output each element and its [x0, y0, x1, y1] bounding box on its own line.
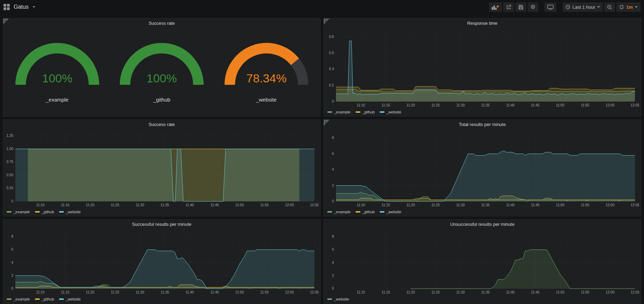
- svg-text:11:25: 11:25: [431, 203, 440, 207]
- panel-total-results: i Total results per minute 11:1011:1511:…: [323, 119, 641, 216]
- svg-text:11:35: 11:35: [481, 203, 490, 207]
- svg-text:12:00: 12:00: [285, 203, 294, 207]
- legend-item-_github[interactable]: _github: [35, 210, 54, 214]
- svg-text:12:05: 12:05: [630, 203, 639, 207]
- legend-label: _website: [386, 210, 401, 214]
- svg-text:0.4: 0.4: [329, 67, 334, 71]
- legend-item-_github[interactable]: _github: [356, 210, 375, 214]
- legend-item-_example[interactable]: _example: [327, 210, 351, 214]
- svg-text:0: 0: [332, 199, 334, 203]
- gauge-_website: 78.34%_website: [216, 33, 317, 103]
- svg-text:11:15: 11:15: [382, 290, 390, 294]
- legend-label: _github: [42, 297, 54, 301]
- svg-text:8: 8: [332, 235, 334, 238]
- save-button[interactable]: [515, 2, 526, 12]
- response-time-chart[interactable]: 11:1011:1511:2011:2511:3011:3511:4011:45…: [324, 28, 641, 109]
- panel-info-icon[interactable]: i: [324, 18, 330, 24]
- panel-title[interactable]: Successful results per minute: [132, 222, 191, 227]
- svg-text:11:25: 11:25: [431, 290, 440, 294]
- legend-marker: [327, 211, 332, 213]
- panel-success-rate: Success rate 11:1011:1511:2011:2511:3011…: [3, 119, 321, 216]
- svg-text:11:20: 11:20: [407, 290, 415, 294]
- legend-marker: [380, 111, 385, 113]
- panel-title[interactable]: Unsuccessful results per minute: [450, 222, 514, 227]
- zoom-out-button[interactable]: [604, 2, 615, 12]
- panel-info-icon[interactable]: i: [3, 18, 9, 24]
- legend-item-_github[interactable]: _github: [356, 110, 375, 114]
- cycle-view-button[interactable]: [544, 2, 556, 12]
- svg-text:11:10: 11:10: [357, 203, 365, 207]
- successful-results-chart[interactable]: 11:1011:1511:2011:2511:3011:3511:4011:45…: [3, 229, 320, 296]
- legend-item-_example[interactable]: _example: [327, 110, 351, 114]
- time-range-button[interactable]: Last 1 hour: [563, 2, 603, 12]
- gauge-arc: 100%: [7, 33, 108, 95]
- svg-text:12:00: 12:00: [285, 290, 294, 294]
- svg-text:12:05: 12:05: [630, 103, 639, 107]
- panel-title[interactable]: Total results per minute: [459, 122, 506, 127]
- legend-marker: [35, 298, 40, 300]
- legend-item-_website[interactable]: _website: [59, 297, 81, 301]
- svg-text:11:15: 11:15: [382, 103, 390, 107]
- chart-legend: _example_github_website: [324, 208, 641, 215]
- zoom-out-icon: [607, 5, 612, 10]
- legend-label: _example: [334, 110, 351, 114]
- svg-text:1.00: 1.00: [7, 147, 14, 151]
- time-range-label: Last 1 hour: [572, 5, 595, 10]
- chart-legend: _example_github_website: [3, 208, 320, 215]
- refresh-button[interactable]: 1m: [616, 2, 641, 12]
- legend-item-_website[interactable]: _website: [380, 110, 401, 114]
- dashboard-grid: i Success rate 100%_example100%_github78…: [0, 14, 644, 304]
- add-panel-button[interactable]: [489, 2, 502, 12]
- svg-text:11:10: 11:10: [36, 203, 45, 207]
- legend-item-_example[interactable]: _example: [7, 297, 30, 301]
- panel-title[interactable]: Success rate: [148, 122, 175, 127]
- legend-marker: [356, 111, 360, 113]
- unsuccessful-results-chart[interactable]: 11:1011:1511:2011:2511:3011:3511:4011:45…: [324, 229, 641, 296]
- gauge-label: _website: [256, 97, 277, 103]
- gauge-group: 100%_example100%_github78.34%_website: [3, 28, 320, 116]
- gauge-_github: 100%_github: [111, 33, 212, 103]
- svg-text:12:05: 12:05: [310, 290, 319, 294]
- settings-button[interactable]: ⚙: [528, 2, 538, 12]
- legend-label: _example: [13, 297, 30, 301]
- legend-label: _example: [13, 210, 30, 214]
- svg-text:11:55: 11:55: [581, 203, 590, 207]
- svg-text:11:25: 11:25: [431, 103, 440, 107]
- svg-text:11:45: 11:45: [531, 290, 540, 294]
- svg-text:11:10: 11:10: [357, 103, 365, 107]
- svg-text:8: 8: [332, 136, 334, 140]
- bar-chart-plus-icon: [492, 5, 499, 10]
- svg-text:0.2: 0.2: [329, 83, 334, 87]
- share-icon: [506, 5, 511, 10]
- svg-text:8: 8: [11, 235, 13, 238]
- legend-marker: [327, 298, 332, 300]
- svg-text:11:30: 11:30: [136, 290, 145, 294]
- share-button[interactable]: [503, 2, 514, 12]
- legend-item-_website[interactable]: _website: [59, 210, 81, 214]
- legend-marker: [327, 111, 332, 113]
- gear-icon: ⚙: [530, 4, 535, 10]
- panel-title[interactable]: Response time: [467, 21, 498, 26]
- svg-text:11:10: 11:10: [36, 290, 45, 294]
- legend-item-_github[interactable]: _github: [35, 297, 54, 301]
- chart-legend: _example_github_website: [3, 296, 320, 303]
- panel-info-icon[interactable]: i: [324, 120, 330, 126]
- svg-text:11:30: 11:30: [456, 203, 465, 207]
- svg-text:11:10: 11:10: [357, 290, 365, 294]
- gauge-label: _github: [153, 97, 170, 103]
- legend-item-_example[interactable]: _example: [7, 210, 30, 214]
- success-rate-chart[interactable]: 11:1011:1511:2011:2511:3011:3511:4011:45…: [3, 129, 320, 208]
- caret-down-icon: [635, 6, 638, 8]
- dashboard-title-dropdown[interactable]: Gatus: [3, 4, 35, 10]
- svg-text:12:00: 12:00: [606, 290, 614, 294]
- gauge-_example: 100%_example: [7, 33, 108, 103]
- total-results-chart[interactable]: 11:1011:1511:2011:2511:3011:3511:4011:45…: [324, 129, 641, 208]
- panel-title[interactable]: Success rate: [148, 21, 175, 26]
- gauge-arc: 100%: [111, 33, 212, 95]
- svg-text:11:20: 11:20: [86, 203, 95, 207]
- legend-item-_website[interactable]: _website: [327, 297, 349, 301]
- svg-text:11:40: 11:40: [506, 290, 515, 294]
- legend-item-_website[interactable]: _website: [380, 210, 401, 214]
- svg-text:2: 2: [332, 274, 334, 277]
- svg-text:11:30: 11:30: [456, 103, 465, 107]
